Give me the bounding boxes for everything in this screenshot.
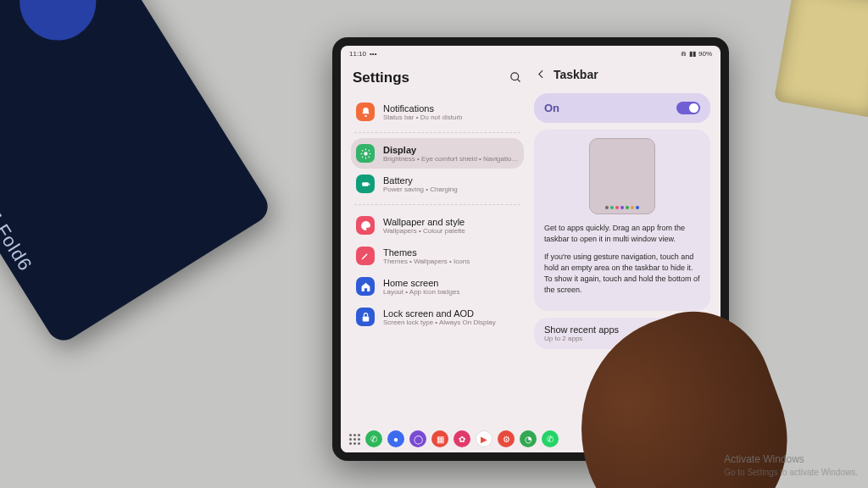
preview-dot-icon <box>626 206 629 209</box>
recent-title: Show recent apps <box>544 324 619 335</box>
back-button[interactable] <box>536 69 547 81</box>
bell-icon <box>356 103 375 121</box>
status-bar: 11:10 ••• ⋒ ▮▮ 90% <box>341 46 721 61</box>
taskbar-app-whatsapp[interactable]: ✆ <box>542 430 559 447</box>
taskbar-toggle[interactable] <box>676 102 700 114</box>
clock-text: 11:10 <box>349 50 366 58</box>
taskbar-description-1: Get to apps quickly. Drag an app from th… <box>544 223 700 245</box>
setting-title: Display <box>383 145 519 155</box>
taskbar-on-card[interactable]: On <box>534 93 710 123</box>
recent-subtitle: Up to 2 apps <box>544 335 619 342</box>
preview-dot-icon <box>631 206 634 209</box>
box-logo-circle <box>5 0 110 55</box>
taskbar-app-settings[interactable]: ⚙ <box>498 430 515 447</box>
taskbar-app-gallery[interactable]: ✿ <box>453 430 470 447</box>
taskbar-app-youtube[interactable]: ▶ <box>476 430 492 447</box>
palette-icon <box>356 216 375 235</box>
svg-rect-11 <box>362 182 369 186</box>
taskbar-preview-thumbnail <box>589 138 655 214</box>
taskbar-app-phone[interactable]: ✆ <box>365 430 382 447</box>
divider <box>354 204 520 205</box>
preview-dot-icon <box>605 206 609 209</box>
preview-dot-icon <box>610 206 614 209</box>
setting-subtitle: Power saving • Charging <box>383 186 458 193</box>
setting-wallpaper[interactable]: Wallpaper and style Wallpapers • Colour … <box>351 210 524 241</box>
on-label: On <box>544 102 559 114</box>
setting-themes[interactable]: Themes Themes • Wallpapers • Icons <box>351 241 524 271</box>
detail-title: Taskbar <box>554 68 598 81</box>
battery-text: 90% <box>698 50 712 58</box>
svg-point-2 <box>364 152 367 155</box>
svg-line-1 <box>517 79 520 81</box>
svg-point-0 <box>511 72 519 80</box>
clamp-prop <box>774 0 868 118</box>
preview-dot-icon <box>615 206 619 209</box>
setting-home-screen[interactable]: Home screen Layout • App icon badges <box>351 271 524 302</box>
svg-rect-13 <box>362 316 369 321</box>
setting-subtitle: Themes • Wallpapers • Icons <box>383 258 470 265</box>
sun-icon <box>356 144 375 163</box>
setting-subtitle: Brightness • Eye comfort shield • Naviga… <box>383 155 519 163</box>
lock-icon <box>356 308 375 326</box>
page-title: Settings <box>353 69 409 86</box>
setting-lockscreen[interactable]: Lock screen and AOD Screen lock type • A… <box>351 302 524 332</box>
setting-title: Home screen <box>383 278 459 288</box>
box-label: Galaxy Z Fold6 <box>0 147 36 275</box>
brush-icon <box>356 247 375 265</box>
setting-battery[interactable]: Battery Power saving • Charging <box>351 169 524 199</box>
search-icon[interactable] <box>509 71 522 86</box>
setting-subtitle: Status bar • Do not disturb <box>383 114 463 121</box>
setting-title: Lock screen and AOD <box>383 308 496 319</box>
divider <box>354 132 520 133</box>
taskbar-app-browser[interactable]: ◯ <box>409 430 426 447</box>
preview-dot-icon <box>620 206 624 209</box>
svg-line-9 <box>362 156 363 157</box>
setting-subtitle: Wallpapers • Colour palette <box>383 227 465 235</box>
taskbar-app-flipboard[interactable]: ▦ <box>431 430 448 447</box>
app-drawer-icon[interactable] <box>349 434 360 445</box>
setting-subtitle: Layout • App icon badges <box>383 288 459 296</box>
setting-notifications[interactable]: Notifications Status bar • Do not distur… <box>351 97 524 127</box>
svg-line-7 <box>362 150 363 151</box>
preview-dot-icon <box>636 206 639 209</box>
battery-icon <box>356 175 375 193</box>
status-icon-dots: ••• <box>370 50 376 58</box>
setting-title: Wallpaper and style <box>383 217 465 227</box>
setting-subtitle: Screen lock type • Always On Display <box>383 319 496 326</box>
home-icon <box>356 277 375 296</box>
setting-title: Battery <box>383 175 458 186</box>
taskbar-app-clock[interactable]: ◔ <box>520 430 537 447</box>
signal-icon: ▮▮ <box>689 50 696 58</box>
setting-display[interactable]: Display Brightness • Eye comfort shield … <box>351 138 524 169</box>
wifi-icon: ⋒ <box>681 50 687 58</box>
setting-title: Themes <box>383 247 470 258</box>
settings-master-pane: Settings Notifications Status bar • Do n… <box>341 61 531 425</box>
svg-rect-12 <box>369 183 370 185</box>
product-box-prop: Galaxy Z Fold6 <box>0 0 274 347</box>
taskbar-description-2: If you're using gesture navigation, touc… <box>544 252 700 296</box>
taskbar-preview-card: Get to apps quickly. Drag an app from th… <box>534 130 710 311</box>
taskbar-app-messages[interactable]: ● <box>387 430 404 447</box>
svg-line-10 <box>368 150 369 151</box>
setting-title: Notifications <box>383 103 463 114</box>
svg-line-8 <box>368 156 369 157</box>
